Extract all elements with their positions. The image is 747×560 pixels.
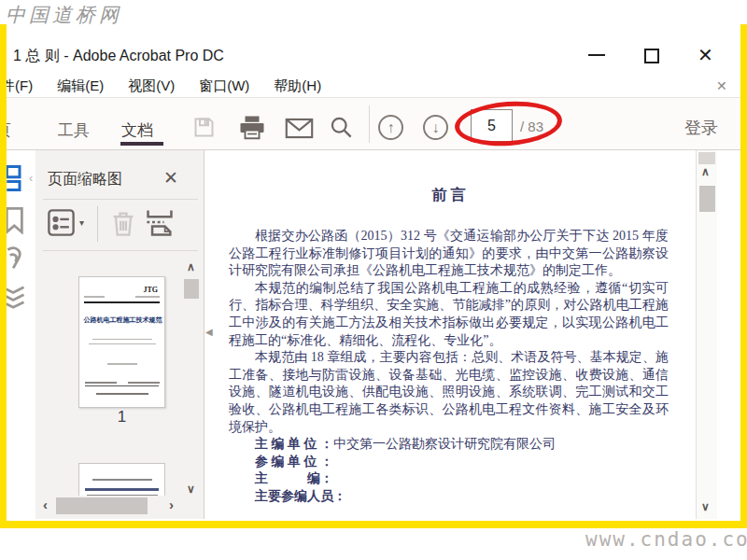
panel-collapse-notch[interactable]: ‹ [29,171,33,185]
delete-pages-icon [110,209,136,237]
minimize-icon[interactable] [588,54,605,56]
toolbar-divider [369,105,370,143]
tab-tools[interactable]: 工具 [58,119,90,141]
thumb-hscrollbar[interactable] [56,497,148,514]
next-page-icon[interactable]: ↓ [423,115,448,140]
panel-close-icon[interactable]: ✕ [163,167,178,189]
highlight-frame-right [740,24,747,528]
menu-view[interactable]: 视图(V) [128,77,175,95]
maximize-icon[interactable] [644,49,659,63]
panel-collapse-icon[interactable]: ◀ [205,327,213,337]
credit-line: 参 编 单 位 ： [229,454,669,471]
cover-title: 公路机电工程施工技术规范 [83,316,162,325]
menu-bar: 件(F) 编辑(E) 视图(V) 窗口(W) 帮助(H) [1,77,321,95]
document-paragraph: 根据交办公路函（2015）312 号《交通运输部办公厅关于下达 2015 年度公… [229,228,669,280]
main-toolbar: 主页 工具 文档 ↑ ↓ [0,98,740,150]
document-pane: ◀ 前 言 根据交办公路函（2015）312 号《交通运输部办公厅关于下达 20… [204,150,696,519]
panel-divider [43,199,198,200]
menubar-close-icon[interactable]: ✕ [716,78,727,93]
credit-line: 主 编： [229,470,669,488]
thumbnail-page-1-label: 1 [78,408,165,427]
menu-edit[interactable]: 编辑(E) [57,77,104,95]
document-paragraph: 本规范由 18 章组成，主要内容包括：总则、术语及符号、基本规定、施工准备、接地… [229,349,669,436]
bookmarks-panel-icon[interactable] [7,206,26,234]
tab-document[interactable]: 文档 [121,119,153,141]
document-paragraph: 本规范的编制总结了我国公路机电工程施工的成熟经验，遵循“切实可行、指标合理、科学… [229,280,669,349]
layers-panel-icon[interactable] [7,281,26,313]
screen: 中国道桥网 www.cndao.com 1 总 则 - Adobe Acroba… [0,0,747,560]
navigation-rail: ‹ [7,150,35,519]
menu-window[interactable]: 窗口(W) [199,77,249,95]
thumb-scroll-down-icon[interactable]: ∨ [187,483,195,496]
options-caret-icon: ▾ [79,217,84,228]
page-thumbnails-panel-icon[interactable] [7,163,26,193]
save-icon[interactable] [191,115,217,140]
panel-title: 页面缩略图 [48,170,122,189]
thumb-scroll-up-icon[interactable]: ∧ [187,260,195,273]
document-body: 根据交办公路函（2015）312 号《交通运输部办公厅关于下达 2015 年度公… [229,228,669,506]
panel-divider-2 [43,250,198,251]
thumbnail-options-icon[interactable] [47,208,76,237]
thumbnail-page-1[interactable]: JTG 公路机电工程施工技术规范 [78,276,165,408]
page-thumbnails-panel: 页面缩略图 ✕ ▾ JTG [35,150,204,519]
active-tab-underline [120,142,163,146]
menu-help[interactable]: 帮助(H) [274,77,321,95]
attachments-panel-icon[interactable] [7,245,26,273]
doc-vscrollbar-thumb[interactable] [699,186,715,212]
cover-rule [84,301,160,303]
credit-line: 主 编 单 位 ：中交第一公路勘察设计研究院有限公司 [229,436,669,454]
previous-page-icon[interactable]: ↑ [378,115,403,140]
thumb-scroll-right-icon[interactable]: › [169,497,174,512]
search-icon[interactable] [329,115,354,140]
credit-line: 主要参编人员： [229,488,669,506]
thumb-hscroll-track: ‹ › [35,496,204,519]
site-watermark-top: 中国道桥网 [6,2,122,28]
window-title: 1 总 则 - Adobe Acrobat Pro DC [13,47,224,66]
print-icon[interactable] [238,115,266,141]
panel-toolbar-divider [97,206,98,242]
cover-code: JTG [143,286,158,294]
highlight-frame-left [0,24,7,528]
document-heading: 前 言 [229,186,669,205]
close-icon[interactable]: ✕ [698,44,713,66]
thumb2-title-bar [85,488,159,491]
thumb-scroll-left-icon[interactable]: ‹ [43,497,48,512]
extract-pages-icon[interactable] [144,207,176,237]
highlight-frame-bottom [0,521,747,528]
thumb-vscrollbar[interactable] [184,279,199,299]
doc-scroll-up-icon[interactable]: ∧ [701,165,710,178]
document-scrollbar[interactable]: ∧ ∨ [696,150,717,519]
site-watermark-bottom: www.cndao.com [585,528,747,551]
scrollbar-top-box [698,152,715,164]
email-icon[interactable] [285,118,314,139]
sign-in-button[interactable]: 登录 [684,117,718,139]
cover-rule-2 [85,385,159,386]
doc-scroll-down-icon[interactable]: ∨ [701,500,710,513]
